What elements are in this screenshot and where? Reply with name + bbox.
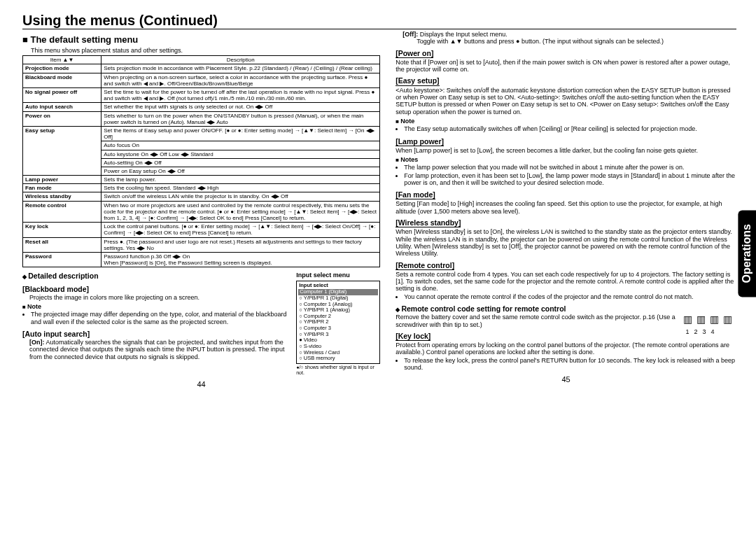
- section-heading: The default setting menu: [22, 35, 380, 45]
- lamppower-heading: [Lamp power]: [396, 137, 444, 146]
- row-easysetup-desc: Set the items of Easy setup and power ON…: [102, 126, 380, 141]
- ais-off-text: Displays the Input select menu.: [420, 31, 507, 38]
- detailed-description-h: Detailed description: [22, 272, 290, 280]
- row-password-item: Password: [23, 252, 102, 267]
- remotecontrol-heading: [Remote control]: [396, 261, 454, 270]
- row-autokeystone: Auto keystone On ◀▶ Off Low ◀▶ Standard: [102, 150, 380, 158]
- lamp-note-2: For lamp protection, even it has been se…: [404, 172, 736, 187]
- inputbox-header: Input select: [298, 283, 378, 289]
- row-autoinput-desc: Set whether the input with signals is on…: [102, 103, 380, 111]
- lamppower-text: When [Lamp power] is set to [Low], the s…: [396, 147, 736, 154]
- row-autoinput-item: Auto input search: [23, 103, 102, 111]
- row-keylock-item: Key lock: [23, 223, 102, 237]
- page-number-left: 44: [22, 380, 380, 389]
- poweron-text: Note that if [Power on] is set to [Auto]…: [396, 59, 736, 73]
- settings-table: Item ▲▼Description Projection modeSets p…: [22, 55, 380, 267]
- blackboard-note: The projected image may differ depending…: [31, 311, 290, 325]
- dip-switch-icon: ▥▥▥▥1234: [683, 314, 736, 336]
- row-blackboard-desc: When projecting on a non-screen surface,…: [102, 73, 380, 87]
- ais-off-label: [Off]:: [402, 31, 418, 38]
- row-poweron-item: Power on: [23, 111, 102, 126]
- row-reset-item: Reset all: [23, 237, 102, 252]
- easysetup-heading: [Easy setup]: [396, 76, 439, 85]
- row-projection-desc: Sets projection mode in accordance with …: [102, 64, 380, 73]
- fanmode-heading: [Fan mode]: [396, 190, 435, 199]
- row-wireless-desc: Switch on/off the wireless LAN while the…: [102, 192, 380, 201]
- input-select-box: Input select Computer 1 (Digital) ○ Y/PB…: [296, 281, 380, 364]
- ais-on-label: [On]:: [29, 339, 45, 346]
- keylock-text: Protect from operating errors by locking…: [396, 342, 736, 356]
- row-nosignal-item: No signal power off: [23, 88, 102, 103]
- blackboard-heading: [Blackboard mode]: [22, 285, 290, 293]
- row-easysetup-item: Easy setup: [23, 126, 102, 175]
- row-fan-desc: Sets the cooling fan speed. Standard ◀▶ …: [102, 184, 380, 192]
- row-password-desc: Password function p.36 Off ◀▶ On When [P…: [102, 252, 380, 267]
- row-autosetting: Auto-setting On ◀▶ Off: [102, 158, 380, 167]
- row-wireless-item: Wireless standby: [23, 192, 102, 201]
- row-poweron-desc: Sets whether to turn on the power when t…: [102, 111, 380, 126]
- th-item: Item ▲▼: [23, 56, 102, 64]
- poweron-heading: [Power on]: [396, 49, 433, 58]
- inputbox-footnote: ●/○ shows whether signal is input or not…: [296, 365, 380, 376]
- intro-text: This menu shows placement status and oth…: [31, 47, 380, 54]
- row-reset-desc: Press ●. (The password and user logo are…: [102, 237, 380, 252]
- th-desc: Description: [102, 56, 380, 64]
- inputmenu-title: Input select menu: [296, 272, 380, 279]
- remotecontrol-note: You cannot operate the remote control if…: [404, 293, 736, 300]
- note-heading-2: Note: [396, 118, 736, 125]
- ais-on-text: Automatically searches the signals that …: [29, 339, 284, 360]
- wireless-heading: [Wireless standby]: [396, 218, 461, 227]
- row-projection-item: Projection mode: [23, 64, 102, 73]
- row-lamp-item: Lamp power: [23, 176, 102, 184]
- notes-heading: Notes: [396, 156, 736, 163]
- page-number-right: 45: [396, 375, 736, 384]
- row-blackboard-item: Blackboard mode: [23, 73, 102, 87]
- row-nosignal-desc: Set the time to wait for the power to be…: [102, 88, 380, 103]
- keylock-heading: [Key lock]: [396, 332, 430, 341]
- row-fan-item: Fan mode: [23, 184, 102, 192]
- keylock-note: To release the key lock, press the contr…: [404, 357, 736, 372]
- wireless-text: When [Wireless standby] is set to [On], …: [396, 228, 736, 257]
- row-remote-desc: When two or more projectors are used and…: [102, 201, 380, 223]
- row-keylock-desc: Lock the control panel buttons. [● or ●:…: [102, 223, 380, 237]
- row-autofocus: Auto focus On: [102, 141, 380, 150]
- blackboard-text: Projects the image in colors more like p…: [29, 294, 290, 301]
- row-poweroneasy: Power on Easy setup On ◀▶ Off: [102, 167, 380, 175]
- easysetup-note: The Easy setup automatically switches of…: [404, 125, 736, 132]
- ais-toggle-text: Toggle with ▲▼ buttons and press ● butto…: [416, 38, 736, 45]
- fanmode-text: Setting [Fan mode] to [High] increases t…: [396, 200, 736, 215]
- note-heading: Note: [22, 303, 290, 310]
- rc-code-setting-heading: Remote control code setting for remote c…: [396, 304, 736, 313]
- lamp-note-1: The lamp power selection that you made w…: [404, 164, 736, 171]
- remotecontrol-text: Sets a remote control code from 4 types.…: [396, 271, 736, 293]
- page-title: Using the menus (Continued): [22, 13, 736, 29]
- easysetup-text: <Auto keystone>: Switches on/off the aut…: [396, 87, 736, 115]
- row-remote-item: Remote control: [23, 201, 102, 223]
- autoinputsearch-heading: [Auto input search]: [22, 330, 290, 338]
- input-item-11: ○ USB memory: [298, 356, 378, 362]
- row-lamp-desc: Sets the lamp power.: [102, 176, 380, 184]
- side-tab-operations: Operations: [738, 210, 756, 297]
